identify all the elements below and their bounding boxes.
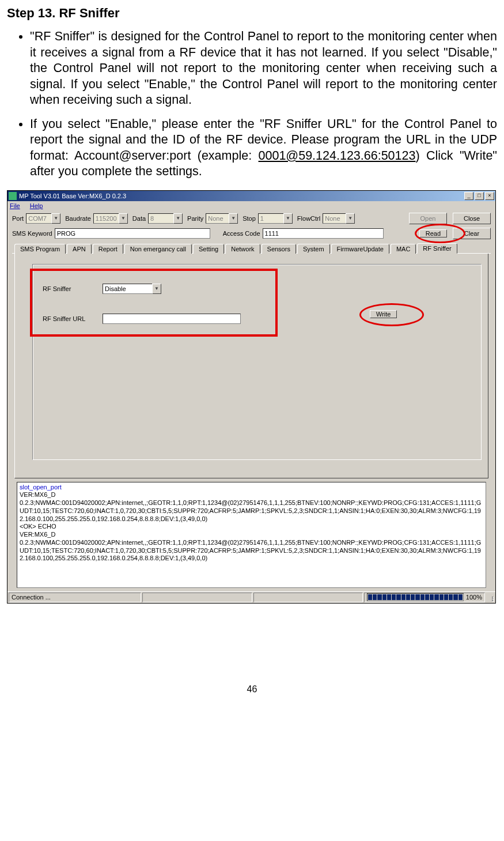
access-code-input[interactable]: 1111 bbox=[263, 228, 384, 239]
chevron-down-icon: ▼ bbox=[51, 213, 60, 224]
parity-value: None bbox=[206, 213, 229, 224]
flow-combo[interactable]: None ▼ bbox=[323, 213, 355, 224]
progress-bar bbox=[367, 593, 464, 601]
menu-file[interactable]: File bbox=[10, 202, 20, 209]
title-bar: MP Tool V3.01 Base Ver:MX6_D 0.2.3 _ □ × bbox=[7, 191, 495, 201]
menu-bar: File Help bbox=[7, 201, 495, 210]
rf-sniffer-combo[interactable]: Disable ▼ bbox=[103, 284, 161, 294]
rf-sniffer-url-label: RF Sniffer URL bbox=[43, 315, 100, 322]
data-combo[interactable]: 8 ▼ bbox=[148, 213, 183, 224]
rf-sniffer-label: RF Sniffer bbox=[43, 285, 100, 292]
resize-grip-icon[interactable] bbox=[486, 593, 494, 602]
port-combo[interactable]: COM7 ▼ bbox=[26, 213, 60, 224]
tab-sensors[interactable]: Sensors bbox=[262, 244, 296, 254]
bullet-1: "RF Sniffer" is designed for the Control… bbox=[30, 29, 497, 108]
annotation-ellipse bbox=[415, 224, 465, 243]
sms-keyword-input[interactable]: PROG bbox=[55, 228, 210, 239]
rf-sniffer-url-input[interactable] bbox=[103, 314, 241, 324]
open-button[interactable]: Open bbox=[409, 213, 447, 224]
sms-keyword-label: SMS Keyword bbox=[12, 230, 52, 237]
log-line: slot_open_port bbox=[20, 484, 483, 492]
chevron-down-icon: ▼ bbox=[173, 213, 183, 224]
tab-strip: SMS Program APN Report Non emergancy cal… bbox=[12, 243, 491, 254]
parity-combo[interactable]: None ▼ bbox=[206, 213, 238, 224]
baud-label: Baudrate bbox=[65, 215, 91, 222]
tab-body: RF Sniffer Disable ▼ RF Sniffer URL Writ… bbox=[14, 254, 488, 478]
tab-rf-sniffer[interactable]: RF Sniffer bbox=[417, 243, 457, 254]
chevron-down-icon: ▼ bbox=[119, 213, 128, 224]
stop-combo[interactable]: 1 ▼ bbox=[258, 213, 293, 224]
tab-report[interactable]: Report bbox=[93, 244, 123, 254]
status-bar: Connection ... 100% bbox=[7, 591, 495, 603]
sms-row: SMS Keyword PROG Access Code 1111 Read C… bbox=[12, 228, 491, 239]
bullet-2-link: 0001@59.124.123.66:50123 bbox=[259, 149, 416, 163]
annotation-red-box bbox=[30, 269, 278, 337]
log-line: <OK> ECHO bbox=[20, 523, 483, 531]
data-value: 8 bbox=[148, 213, 173, 224]
rf-sniffer-value: Disable bbox=[103, 284, 152, 294]
bullet-2: If you select "Enable," please enter the… bbox=[30, 116, 497, 180]
tab-mac[interactable]: MAC bbox=[391, 244, 416, 254]
app-window: MP Tool V3.01 Base Ver:MX6_D 0.2.3 _ □ ×… bbox=[7, 190, 496, 604]
chevron-down-icon: ▼ bbox=[346, 213, 355, 224]
status-progress: 100% bbox=[364, 593, 485, 602]
menu-help[interactable]: Help bbox=[30, 202, 43, 209]
data-label: Data bbox=[132, 215, 146, 222]
maximize-button[interactable]: □ bbox=[475, 192, 484, 200]
chevron-down-icon: ▼ bbox=[152, 284, 161, 294]
baud-value: 115200 bbox=[93, 213, 119, 224]
tab-setting[interactable]: Setting bbox=[193, 244, 224, 254]
status-cell-3 bbox=[253, 593, 363, 602]
status-connection: Connection ... bbox=[9, 593, 141, 602]
page-number: 46 bbox=[7, 684, 497, 695]
close-button[interactable]: Close bbox=[453, 213, 491, 224]
parity-label: Parity bbox=[187, 215, 203, 222]
serial-row: Port COM7 ▼ Baudrate 115200 ▼ Data 8 ▼ P… bbox=[12, 213, 491, 224]
minimize-button[interactable]: _ bbox=[464, 192, 473, 200]
app-icon bbox=[9, 192, 17, 200]
status-cell-2 bbox=[142, 593, 252, 602]
log-pane[interactable]: slot_open_port VER:MX6_D 0.2.3;NWMAC:001… bbox=[17, 482, 486, 588]
chevron-down-icon: ▼ bbox=[283, 213, 293, 224]
tab-apn[interactable]: APN bbox=[67, 244, 92, 254]
chevron-down-icon: ▼ bbox=[229, 213, 238, 224]
port-label: Port bbox=[12, 215, 24, 222]
tab-firmware-update[interactable]: FirmwareUpdate bbox=[331, 244, 389, 254]
step-title: Step 13. RF Sniffer bbox=[7, 6, 497, 21]
flow-label: FlowCtrl bbox=[297, 215, 320, 222]
access-code-label: Access Code bbox=[223, 230, 260, 237]
baud-combo[interactable]: 115200 ▼ bbox=[93, 213, 128, 224]
log-line: VER:MX6_D bbox=[20, 491, 483, 499]
tab-sms-program[interactable]: SMS Program bbox=[14, 244, 66, 254]
log-line: 0.2.3;NWMAC:001D94020002;APN:internet,,;… bbox=[20, 539, 483, 563]
annotation-ellipse bbox=[359, 303, 424, 326]
tab-network[interactable]: Network bbox=[225, 244, 260, 254]
log-line: VER:MX6_D bbox=[20, 531, 483, 539]
stop-value: 1 bbox=[258, 213, 283, 224]
tab-system[interactable]: System bbox=[297, 244, 330, 254]
progress-percent: 100% bbox=[466, 594, 482, 601]
close-window-button[interactable]: × bbox=[485, 192, 494, 200]
log-line: 0.2.3;NWMAC:001D94020002;APN:internet,,;… bbox=[20, 499, 483, 523]
flow-value: None bbox=[323, 213, 346, 224]
stop-label: Stop bbox=[242, 215, 256, 222]
tab-non-emergency-call[interactable]: Non emergancy call bbox=[124, 244, 192, 254]
port-value: COM7 bbox=[26, 213, 51, 224]
window-title: MP Tool V3.01 Base Ver:MX6_D 0.2.3 bbox=[19, 193, 463, 199]
